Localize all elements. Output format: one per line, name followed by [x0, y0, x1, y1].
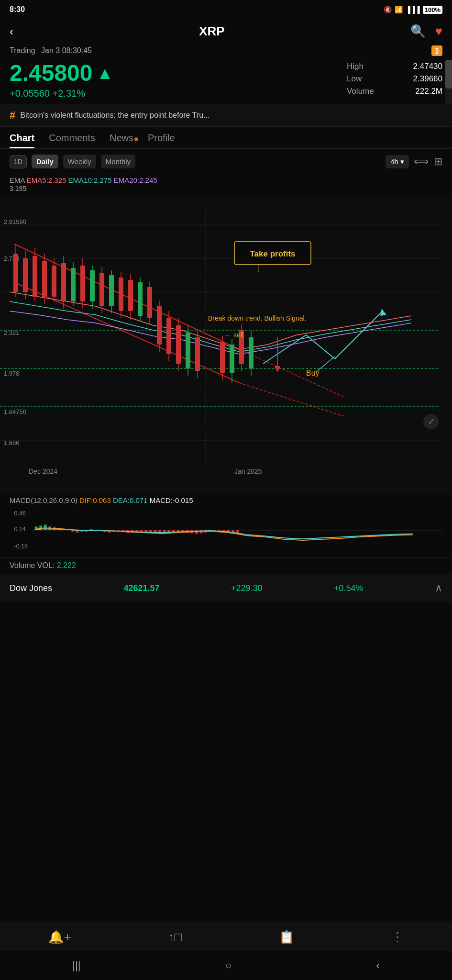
svg-text:Dec 2024: Dec 2024	[29, 468, 57, 475]
tab-profile[interactable]: Profile	[148, 133, 175, 148]
calendar-icon[interactable]: 📋	[279, 930, 294, 945]
tab-bar: Chart Comments News Profile	[0, 127, 452, 149]
dow-jones-price: 42621.57	[123, 583, 159, 593]
svg-text:2.321: 2.321	[4, 329, 20, 336]
svg-line-21	[239, 383, 344, 416]
ema5-value: EMA5:2.325	[27, 176, 66, 184]
news-notification-dot	[134, 137, 138, 141]
price-change-abs: +0.05560	[10, 88, 50, 99]
main-price: 2.45800 ▲	[10, 60, 347, 86]
price-left: 2.45800 ▲ +0.05560 +2.31%	[10, 60, 347, 99]
ema-indicators: EMA EMA5:2.325 EMA10:2.275 EMA20:2.245 3…	[0, 174, 452, 196]
high-row: High 2.47430	[347, 62, 442, 71]
back-button[interactable]: ‹	[10, 25, 13, 38]
status-time: 8:30	[10, 5, 25, 14]
dow-jones-chevron-icon[interactable]: ∧	[435, 582, 442, 594]
header: ‹ XRP 🔍 ♥	[0, 19, 452, 44]
volume-label: Volume	[347, 87, 374, 96]
price-value: 2.45800	[10, 60, 93, 86]
alert-add-icon[interactable]: 🔔+	[48, 930, 71, 945]
dow-jones-label: Dow Jones	[10, 583, 52, 593]
more-options-icon[interactable]: ⋮	[391, 930, 404, 945]
hashtag-icon: #	[10, 109, 15, 122]
svg-text:1.978: 1.978	[4, 370, 20, 377]
timeframe-1d-button[interactable]: 1D	[10, 155, 27, 168]
price-up-arrow: ▲	[97, 63, 114, 83]
wifi-icon: 📶	[395, 6, 403, 13]
svg-text:0.46: 0.46	[14, 510, 26, 517]
price-section: 2.45800 ▲ +0.05560 +2.31% High 2.47430 L…	[0, 60, 452, 104]
android-back-button[interactable]: ‹	[376, 959, 379, 972]
low-row: Low 2.39660	[347, 74, 442, 84]
vol-value: 2.222	[57, 561, 76, 569]
svg-marker-25	[380, 309, 386, 316]
news-banner[interactable]: # Bitcoin's violent fluctuations: the en…	[0, 104, 452, 127]
timeframe-weekly-button[interactable]: Weekly	[63, 155, 96, 168]
svg-text:1.686: 1.686	[4, 439, 20, 446]
ema-price-level: 3.195	[10, 185, 26, 192]
svg-text:Take profits: Take profits	[250, 249, 295, 258]
tab-comments[interactable]: Comments	[49, 133, 95, 148]
macd-chart[interactable]: 0.46 0.14 -0.18	[10, 506, 442, 554]
volume-value: 222.2M	[415, 87, 442, 96]
header-actions: 🔍 ♥	[410, 24, 442, 39]
low-label: Low	[347, 74, 362, 84]
mute-icon: 🔇	[384, 6, 392, 13]
chart-area[interactable]: 2.91590 2.723 2.321 1.978 1.84750 1.686 …	[0, 196, 452, 493]
volume-section-label: Volume	[10, 561, 35, 569]
timeframe-daily-button[interactable]: Daily	[32, 155, 58, 168]
price-scrollbar[interactable]	[445, 60, 452, 104]
macd-dea: DEA:0.071	[113, 496, 148, 504]
ema-label: EMA	[10, 176, 27, 184]
bitcoin-badge[interactable]: ₿	[431, 45, 442, 56]
svg-marker-75	[275, 366, 280, 372]
price-stats: High 2.47430 Low 2.39660 Volume 222.2M	[347, 60, 442, 96]
ema10-value: EMA10:2.275	[68, 176, 112, 184]
price-change-pct: +2.31%	[53, 88, 85, 99]
dow-jones-pct: +0.54%	[334, 583, 364, 593]
search-icon[interactable]: 🔍	[410, 24, 426, 39]
low-value: 2.39660	[413, 74, 442, 84]
svg-text:0.14: 0.14	[14, 526, 26, 533]
volume-section: Volume VOL: 2.222	[0, 557, 452, 574]
news-text: Bitcoin's violent fluctuations: the entr…	[20, 111, 209, 120]
macd-value: MACD:-0.015	[150, 496, 193, 504]
status-right: 🔇 📶 ▐▐▐ 100%	[384, 6, 442, 14]
macd-svg: 0.46 0.14 -0.18	[10, 506, 442, 554]
high-label: High	[347, 62, 364, 71]
svg-line-20	[239, 349, 344, 397]
vol-label: VOL:	[37, 561, 55, 569]
bottom-navigation: 🔔+ ↑□ 📋 ⋮	[0, 923, 452, 951]
android-home-button[interactable]: ○	[225, 959, 232, 972]
ema20-value: EMA20:2.245	[114, 176, 157, 184]
tab-chart[interactable]: Chart	[10, 133, 34, 148]
svg-text:Break down trend. Bullish Sign: Break down trend. Bullish Signal.	[208, 314, 306, 322]
trading-date: Jan 3 08:30:45	[41, 46, 92, 55]
svg-text:Buy: Buy	[306, 369, 320, 377]
signal-icon: ▐▐▐	[406, 6, 420, 13]
svg-text:2.91590: 2.91590	[4, 218, 26, 225]
macd-title: MACD(12.0,26.0,9.0) DIF:0.063 DEA:0.071 …	[10, 496, 442, 504]
svg-rect-134	[236, 530, 239, 533]
interval-dropdown[interactable]: 4h ▾	[386, 155, 409, 168]
svg-rect-92	[44, 525, 47, 530]
page-title: XRP	[199, 24, 224, 39]
chart-controls: 1D Daily Weekly Monthly 4h ▾ ⟺ ⊞	[0, 149, 452, 174]
compare-icon[interactable]: ⟺	[414, 156, 429, 168]
timeframe-monthly-button[interactable]: Monthly	[101, 155, 136, 168]
scrollbar-thumb	[445, 60, 452, 89]
high-value: 2.47430	[413, 62, 442, 71]
svg-text:← sell: ← sell	[225, 331, 243, 339]
android-recents-button[interactable]: |||	[72, 959, 80, 972]
status-bar: 8:30 🔇 📶 ▐▐▐ 100%	[0, 0, 452, 19]
share-icon[interactable]: ↑□	[168, 930, 182, 945]
dow-jones-change: +229.30	[231, 583, 263, 593]
macd-section: MACD(12.0,26.0,9.0) DIF:0.063 DEA:0.071 …	[0, 493, 452, 557]
layout-icon[interactable]: ⊞	[434, 156, 442, 168]
tab-news[interactable]: News	[110, 133, 133, 148]
price-chart-svg: 2.91590 2.723 2.321 1.978 1.84750 1.686 …	[0, 196, 452, 493]
favorite-icon[interactable]: ♥	[435, 24, 442, 39]
trading-info: Trading Jan 3 08:30:45 ₿	[0, 44, 452, 60]
dow-jones-bar[interactable]: Dow Jones 42621.57 +229.30 +0.54% ∧	[0, 574, 452, 602]
android-navigation: ||| ○ ‹	[0, 951, 452, 980]
